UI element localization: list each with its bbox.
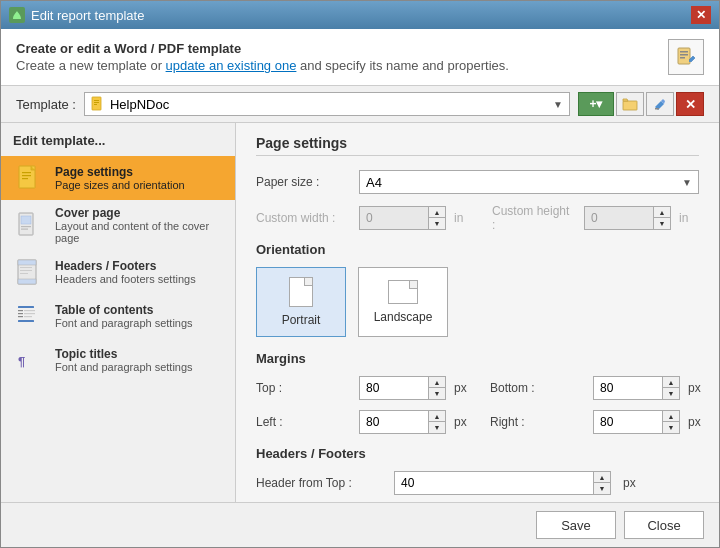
nav-cover-title: Cover page	[55, 206, 223, 220]
svg-rect-4	[92, 97, 101, 110]
landscape-label: Landscape	[374, 310, 433, 324]
svg-rect-31	[18, 320, 34, 322]
nav-item-cover-page[interactable]: Cover page Layout and content of the cov…	[1, 200, 235, 250]
custom-width-unit: in	[454, 211, 474, 225]
custom-width-up-button[interactable]: ▲	[429, 207, 445, 218]
margins-left-row: Left : ▲ ▼ px Right : ▲	[256, 410, 699, 434]
custom-width-input[interactable]	[359, 206, 429, 230]
template-value: HelpNDoc	[110, 97, 169, 112]
landscape-button[interactable]: Landscape	[358, 267, 448, 337]
window-close-button[interactable]: ✕	[691, 6, 711, 24]
headers-footers-icon	[13, 256, 45, 288]
header-edit-button[interactable]	[668, 39, 704, 75]
close-button[interactable]: Close	[624, 511, 704, 539]
custom-height-down-button[interactable]: ▼	[654, 218, 670, 229]
right-down-button[interactable]: ▼	[663, 422, 679, 433]
bottom-spinner: ▲ ▼	[663, 376, 680, 400]
svg-rect-20	[18, 279, 36, 284]
cover-page-icon	[13, 209, 45, 241]
paper-size-row: Paper size : A4 ▼	[256, 170, 699, 194]
hf-section-title: Headers / Footers	[256, 446, 699, 461]
hf-section: Header from Top : ▲ ▼ px Footer from Bot…	[256, 471, 699, 502]
nav-item-page-settings[interactable]: Page settings Page sizes and orientation	[1, 156, 235, 200]
edit-template-button[interactable]	[646, 92, 674, 116]
nav-cover-subtitle: Layout and content of the cover page	[55, 220, 223, 244]
header-from-top-down-button[interactable]: ▼	[594, 483, 610, 494]
header-from-top-up-button[interactable]: ▲	[594, 472, 610, 483]
title-bar: Edit report template ✕	[1, 1, 719, 29]
open-template-button[interactable]	[616, 92, 644, 116]
nav-topic-subtitle: Font and paragraph settings	[55, 361, 193, 373]
custom-width-field: ▲ ▼	[359, 206, 446, 230]
left-up-button[interactable]: ▲	[429, 411, 445, 422]
topic-titles-icon: ¶	[13, 344, 45, 376]
top-up-button[interactable]: ▲	[429, 377, 445, 388]
header-title: Create or edit a Word / PDF template	[16, 41, 509, 56]
portrait-button[interactable]: Portrait	[256, 267, 346, 337]
template-dropdown[interactable]: HelpNDoc ▼	[84, 92, 570, 116]
header-from-top-input[interactable]	[394, 471, 594, 495]
custom-height-unit: in	[679, 211, 699, 225]
orientation-row: Portrait Landscape	[256, 267, 699, 337]
left-input[interactable]	[359, 410, 429, 434]
right-panel: Page settings Paper size : A4 ▼ Custom w…	[236, 123, 719, 502]
svg-rect-0	[678, 48, 690, 64]
bottom-input[interactable]	[593, 376, 663, 400]
right-up-button[interactable]: ▲	[663, 411, 679, 422]
custom-height-input[interactable]	[584, 206, 654, 230]
title-bar-left: Edit report template	[9, 7, 144, 23]
portrait-label: Portrait	[282, 313, 321, 327]
template-toolbar: +▾ ✕	[578, 92, 704, 116]
svg-rect-15	[21, 216, 31, 224]
right-input[interactable]	[593, 410, 663, 434]
top-unit: px	[454, 381, 474, 395]
left-panel: Edit template... Page settings Page si	[1, 123, 236, 502]
nav-item-topic-titles[interactable]: ¶ Topic titles Font and paragraph settin…	[1, 338, 235, 382]
svg-rect-30	[24, 316, 32, 317]
new-template-button[interactable]: +▾	[578, 92, 614, 116]
top-spinner: ▲ ▼	[429, 376, 446, 400]
top-down-button[interactable]: ▼	[429, 388, 445, 399]
svg-rect-19	[18, 260, 36, 265]
template-row: Template : HelpNDoc ▼ +▾	[1, 86, 719, 123]
bottom-up-button[interactable]: ▲	[663, 377, 679, 388]
delete-template-button[interactable]: ✕	[676, 92, 704, 116]
left-panel-title: Edit template...	[1, 133, 235, 156]
bottom-label: Bottom :	[490, 381, 585, 395]
svg-rect-11	[22, 172, 31, 173]
left-down-button[interactable]: ▼	[429, 422, 445, 433]
header-from-top-row: Header from Top : ▲ ▼ px	[256, 471, 699, 495]
svg-rect-23	[20, 273, 28, 274]
nav-page-settings-title: Page settings	[55, 165, 185, 179]
svg-rect-3	[680, 57, 685, 59]
paper-size-dropdown[interactable]: A4 ▼	[359, 170, 699, 194]
custom-width-down-button[interactable]: ▼	[429, 218, 445, 229]
custom-height-label: Custom height :	[492, 204, 576, 232]
save-button[interactable]: Save	[536, 511, 616, 539]
svg-rect-17	[21, 229, 28, 230]
svg-rect-12	[22, 175, 31, 176]
paper-size-arrow-icon: ▼	[682, 177, 692, 188]
custom-height-up-button[interactable]: ▲	[654, 207, 670, 218]
svg-rect-16	[21, 226, 31, 227]
header-from-top-unit: px	[623, 476, 643, 490]
nav-item-headers-footers[interactable]: Headers / Footers Headers and footers se…	[1, 250, 235, 294]
svg-rect-21	[20, 267, 32, 268]
svg-rect-26	[24, 310, 35, 311]
dialog-title: Edit report template	[31, 8, 144, 23]
margins-title: Margins	[256, 351, 699, 366]
bottom-down-button[interactable]: ▼	[663, 388, 679, 399]
svg-rect-1	[680, 51, 688, 53]
top-input[interactable]	[359, 376, 429, 400]
template-label: Template :	[16, 97, 76, 112]
update-link[interactable]: update an existing one	[166, 58, 297, 73]
svg-rect-27	[18, 313, 23, 314]
nav-item-toc[interactable]: Table of contents Font and paragraph set…	[1, 294, 235, 338]
bottom-field: ▲ ▼	[593, 376, 680, 400]
svg-rect-13	[22, 178, 28, 179]
right-spinner: ▲ ▼	[663, 410, 680, 434]
right-field: ▲ ▼	[593, 410, 680, 434]
top-label: Top :	[256, 381, 351, 395]
portrait-icon	[289, 277, 313, 307]
paper-size-value: A4	[366, 175, 382, 190]
